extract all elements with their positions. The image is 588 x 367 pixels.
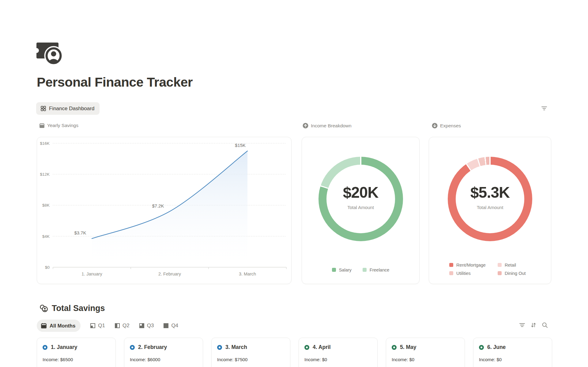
- legend-label: Freelance: [370, 268, 389, 272]
- legend-item-freelance: Freelance: [363, 267, 389, 273]
- status-ring-icon: [304, 345, 309, 350]
- page-title: Personal Finance Tracker: [37, 75, 193, 90]
- month-card-3-march[interactable]: 3. March Income: $7500: [211, 338, 290, 367]
- month-card-header: 2. February: [130, 344, 197, 350]
- status-ring-icon: [130, 345, 135, 350]
- month-card-2-february[interactable]: 2. February Income: $6000: [124, 338, 203, 367]
- search-icon[interactable]: [541, 322, 548, 328]
- x-axis-tick-label: 2. February: [158, 272, 181, 276]
- income-total-label: Total Amount: [347, 205, 374, 210]
- tab-label: Q2: [123, 323, 130, 329]
- month-card-4-april[interactable]: 4. April Income: $0: [299, 338, 378, 367]
- month-title: 6. June: [487, 344, 506, 350]
- month-income: Income: $0: [304, 357, 372, 362]
- yearly-savings-line-chart: $0$4K$8K$12K$16K$3.7K$7.2K$15K1. January…: [37, 137, 291, 284]
- month-title: 3. March: [225, 344, 247, 350]
- legend-item-dining-out: Dining Out: [498, 270, 526, 276]
- month-title: 2. February: [138, 344, 167, 350]
- month-card-5-may[interactable]: 5. May Income: $0: [386, 338, 465, 367]
- legend-item-utilities: Utilities: [449, 270, 498, 276]
- dashboard-grid-icon: [40, 106, 46, 111]
- data-point-label: $7.2K: [152, 203, 164, 208]
- coins-icon: [39, 304, 48, 313]
- view-tab-label: Finance Dashboard: [49, 106, 94, 112]
- quarter-1-icon: [90, 323, 96, 329]
- legend-item-retail: Retail: [498, 262, 526, 268]
- month-income: Income: $6500: [43, 357, 110, 362]
- calendar-icon: [41, 323, 47, 329]
- status-ring-icon: [217, 345, 222, 350]
- income-legend: SalaryFreelance: [302, 267, 419, 273]
- data-point-label: $3.7K: [74, 230, 86, 235]
- legend-swatch: [498, 263, 502, 267]
- income-breakdown-chart-card: $20K Total Amount SalaryFreelance: [302, 137, 420, 284]
- filter-icon[interactable]: [540, 104, 548, 112]
- month-income: Income: $7500: [217, 357, 285, 362]
- quarter-2-icon: [114, 323, 120, 329]
- month-card-1-january[interactable]: 1. January Income: $6500: [37, 338, 116, 367]
- filter-icon[interactable]: [519, 322, 526, 328]
- tab-all-months[interactable]: All Months: [37, 320, 81, 332]
- legend-label: Utilities: [456, 271, 471, 276]
- month-card-header: 4. April: [304, 344, 372, 350]
- money-with-face-icon: [36, 42, 64, 64]
- x-axis-tick-label: 3. March: [239, 272, 256, 276]
- section-label-text: Income Breakdown: [311, 123, 352, 129]
- status-ring-icon: [479, 345, 484, 350]
- y-axis-tick-label: $0: [45, 265, 50, 270]
- tab-q1[interactable]: Q1: [90, 323, 105, 329]
- month-card-header: 1. January: [43, 344, 110, 350]
- expenses-chart-card: $5.3K Total Amount Rent/MortgageRetailUt…: [429, 137, 551, 284]
- legend-swatch: [498, 271, 502, 275]
- income-donut-center: $20K Total Amount: [326, 165, 395, 233]
- legend-swatch: [449, 263, 453, 267]
- month-card-header: 3. March: [217, 344, 285, 350]
- legend-swatch: [363, 268, 367, 272]
- circle-arrow-down-icon: [432, 123, 438, 129]
- status-ring-icon: [392, 345, 397, 350]
- y-axis-tick-label: $4K: [42, 234, 50, 239]
- tab-finance-dashboard[interactable]: Finance Dashboard: [36, 102, 100, 115]
- expenses-donut-center: $5.3K Total Amount: [456, 165, 524, 233]
- income-donut-chart: $20K Total Amount: [318, 157, 403, 241]
- month-income: Income: $0: [392, 357, 459, 362]
- month-card-header: 5. May: [392, 344, 459, 350]
- total-savings-heading: Total Savings: [39, 304, 105, 313]
- income-total-value: $20K: [343, 184, 379, 201]
- y-axis-tick-label: $8K: [42, 203, 50, 208]
- months-toolbar: [519, 322, 548, 328]
- tab-q2[interactable]: Q2: [114, 323, 130, 329]
- status-ring-icon: [43, 345, 47, 350]
- quarter-4-icon: [163, 323, 169, 329]
- legend-label: Retail: [505, 263, 516, 268]
- page: Personal Finance Tracker Finance Dashboa…: [0, 0, 588, 367]
- section-label-yearly-savings: Yearly Savings: [39, 123, 78, 128]
- expenses-legend: Rent/MortgageRetailUtilitiesDining Out: [449, 262, 526, 276]
- expenses-donut-chart: $5.3K Total Amount: [448, 157, 532, 241]
- y-axis-tick-label: $16K: [40, 141, 49, 146]
- month-card-6-june[interactable]: 6. June Income: $0: [473, 338, 552, 367]
- expenses-total-label: Total Amount: [477, 205, 503, 210]
- tab-label: Q3: [147, 323, 154, 329]
- month-title: 1. January: [51, 344, 77, 350]
- section-label-expenses: Expenses: [432, 123, 461, 129]
- x-axis-tick-label: 1. January: [81, 272, 102, 276]
- tab-q4[interactable]: Q4: [163, 323, 178, 329]
- sort-icon[interactable]: [530, 322, 537, 328]
- expenses-total-value: $5.3K: [470, 184, 510, 201]
- data-point-label: $15K: [235, 143, 246, 148]
- legend-item-salary: Salary: [332, 267, 352, 273]
- tab-label: Q4: [171, 323, 178, 329]
- section-label-income-breakdown: Income Breakdown: [303, 123, 352, 129]
- tab-q3[interactable]: Q3: [139, 323, 154, 329]
- total-savings-title: Total Savings: [52, 304, 105, 313]
- month-income: Income: $6000: [130, 357, 197, 362]
- tab-label: All Months: [50, 323, 75, 329]
- legend-swatch: [449, 271, 453, 275]
- legend-label: Rent/Mortgage: [456, 263, 486, 268]
- legend-swatch: [332, 268, 336, 272]
- calendar-icon: [39, 123, 45, 128]
- section-label-text: Yearly Savings: [47, 123, 78, 128]
- circle-arrow-up-icon: [303, 123, 308, 129]
- tab-label: Q1: [98, 323, 105, 329]
